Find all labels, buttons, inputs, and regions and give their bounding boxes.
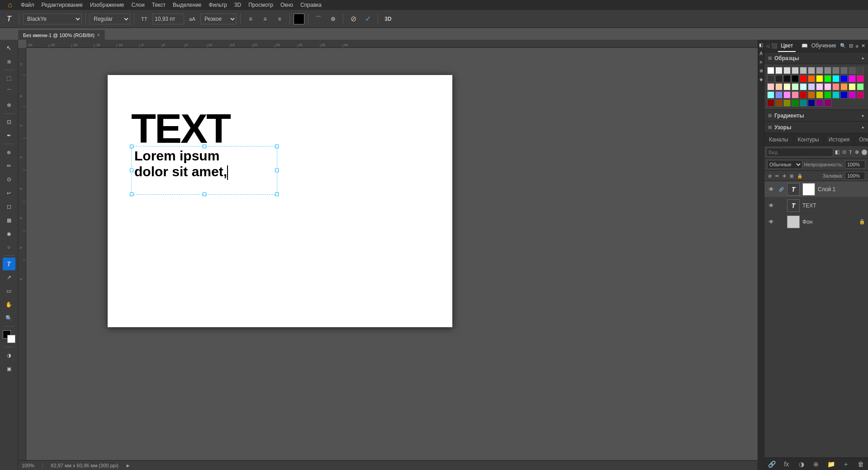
lock-pixel-icon[interactable]: ✏	[774, 173, 780, 179]
swatch[interactable]	[775, 99, 783, 107]
swatch[interactable]	[816, 91, 823, 99]
swatch[interactable]	[783, 75, 791, 82]
swatch[interactable]	[775, 67, 783, 74]
menu-item-редактирование[interactable]: Редактирование	[38, 1, 86, 9]
swatch[interactable]	[792, 99, 799, 107]
add-adjustment-btn[interactable]: ⊕	[811, 460, 821, 469]
menu-item-файл[interactable]: Файл	[17, 1, 38, 9]
antialias-select[interactable]: Резкое	[200, 14, 237, 24]
layer-1-visibility[interactable]: 👁	[767, 202, 775, 210]
text-warp-icon[interactable]: ⌒	[312, 13, 325, 25]
blend-mode-select[interactable]: Обычные	[767, 160, 802, 169]
swatch[interactable]	[775, 75, 783, 82]
menu-item-окно[interactable]: Окно	[277, 1, 297, 9]
lorem-text-content[interactable]: Lorem ipsum dolor sit amet,	[132, 146, 277, 182]
swatch[interactable]	[816, 99, 823, 107]
swatch[interactable]	[840, 83, 848, 90]
swatch[interactable]	[857, 83, 864, 90]
3d-btn[interactable]: 3D	[382, 13, 394, 25]
mini-tool-5[interactable]: ◈	[759, 76, 764, 83]
add-mask-btn[interactable]: ◑	[797, 460, 806, 469]
swatch[interactable]	[857, 75, 864, 82]
menu-item-изображение[interactable]: Изображение	[86, 1, 128, 9]
handle-bot-right[interactable]	[275, 193, 279, 196]
delete-layer-btn[interactable]: 🗑	[856, 460, 865, 469]
layer-0-link[interactable]: 🔗	[778, 186, 784, 193]
mini-tool-2[interactable]: A	[759, 50, 764, 57]
patterns-section-header[interactable]: ⊞ Узоры ▸	[764, 122, 868, 133]
lock-transparent-icon[interactable]: ⊘	[767, 173, 773, 179]
menu-item-3d[interactable]: 3D	[231, 1, 245, 9]
menu-item-текст[interactable]: Текст	[148, 1, 169, 9]
brush-tool-btn[interactable]: ✏	[3, 160, 15, 172]
panel-arrange-icon[interactable]: ⊟	[848, 42, 854, 50]
swatch[interactable]	[792, 75, 799, 82]
swatch[interactable]	[832, 67, 840, 74]
magic-wand-btn[interactable]: ✲	[3, 99, 15, 112]
swatch[interactable]	[808, 91, 815, 99]
swatch[interactable]	[857, 67, 864, 74]
channels-tab[interactable]: Каналы	[764, 133, 793, 146]
align-left-btn[interactable]: ≡	[244, 13, 257, 25]
type-tool-icon[interactable]: T	[3, 13, 15, 25]
swatches-section-header[interactable]: ⊞ Образцы ▸	[764, 52, 868, 64]
swatch[interactable]	[783, 99, 791, 107]
frame-btn[interactable]: ▣	[3, 362, 15, 375]
panel-close-icon[interactable]: ✕	[860, 42, 866, 50]
swatch[interactable]	[792, 67, 799, 74]
menu-item-выделение[interactable]: Выделение	[169, 1, 205, 9]
swatch[interactable]	[767, 67, 774, 74]
gradients-section-header[interactable]: ⊞ Градиенты ▸	[764, 110, 868, 122]
swatch[interactable]	[792, 83, 799, 90]
lock-artboard-icon[interactable]: ⊞	[789, 173, 794, 179]
swatch[interactable]	[783, 91, 791, 99]
text-tool-btn[interactable]: T	[3, 258, 15, 270]
filter-pixel-icon[interactable]: ◧	[834, 148, 840, 156]
paths-tab[interactable]: Контуры	[793, 133, 824, 146]
swatch[interactable]	[808, 75, 815, 82]
swatch[interactable]	[767, 75, 774, 82]
panel-search-icon[interactable]: 🔍	[839, 42, 847, 50]
marquee-tool-btn[interactable]: ⬚	[3, 72, 15, 85]
swatch[interactable]	[849, 67, 856, 74]
swatch[interactable]	[816, 67, 823, 74]
filter-smart-icon[interactable]: ⊕	[854, 148, 860, 156]
swatch[interactable]	[816, 75, 823, 82]
swatch[interactable]	[824, 83, 831, 90]
layer-2-visibility[interactable]: 👁	[767, 218, 775, 226]
crop-tool-btn[interactable]: ⊡	[3, 116, 15, 128]
add-layer-btn[interactable]: +	[841, 460, 850, 469]
stamp-tool-btn[interactable]: ⊙	[3, 173, 15, 186]
document-tab[interactable]: Без имени-1 @ 100% (RGB/8#) ×	[18, 30, 105, 40]
history-brush-btn[interactable]: ↩	[3, 187, 15, 199]
add-group-btn[interactable]: 📁	[826, 460, 835, 469]
swatch[interactable]	[849, 91, 856, 99]
learning-tab[interactable]: Обучение	[809, 40, 839, 52]
actions-tab[interactable]: Операции	[854, 133, 868, 146]
mini-tool-1[interactable]: ◧	[758, 42, 764, 48]
swatch[interactable]	[800, 91, 807, 99]
panel-menu-icon[interactable]: ≡	[855, 42, 859, 50]
menu-item-просмотр[interactable]: Просмотр	[245, 1, 277, 9]
link-layers-btn[interactable]: 🔗	[767, 460, 776, 469]
layers-search-input[interactable]	[766, 148, 833, 157]
swatch[interactable]	[800, 75, 807, 82]
blur-tool-btn[interactable]: ◉	[3, 227, 15, 240]
fill-input[interactable]	[845, 172, 865, 180]
eraser-tool-btn[interactable]: ◻	[3, 200, 15, 213]
confirm-btn[interactable]: ✓	[361, 13, 374, 25]
mask-btn[interactable]: ◑	[3, 349, 15, 362]
swatch[interactable]	[800, 99, 807, 107]
menu-item-фильтр[interactable]: Фильтр	[205, 1, 231, 9]
swatch[interactable]	[832, 75, 840, 82]
filter-type-icon[interactable]: T	[848, 149, 853, 156]
align-right-btn[interactable]: ≡	[273, 13, 286, 25]
layer-item-2[interactable]: 👁 Фон 🔒	[764, 214, 868, 230]
menu-item-слои[interactable]: Слои	[128, 1, 148, 9]
heal-tool-btn[interactable]: ⊕	[3, 146, 15, 159]
swatch[interactable]	[824, 91, 831, 99]
swatch[interactable]	[783, 83, 791, 90]
handle-bot-left[interactable]	[130, 193, 133, 196]
swatch[interactable]	[792, 91, 799, 99]
swatch[interactable]	[824, 99, 831, 107]
